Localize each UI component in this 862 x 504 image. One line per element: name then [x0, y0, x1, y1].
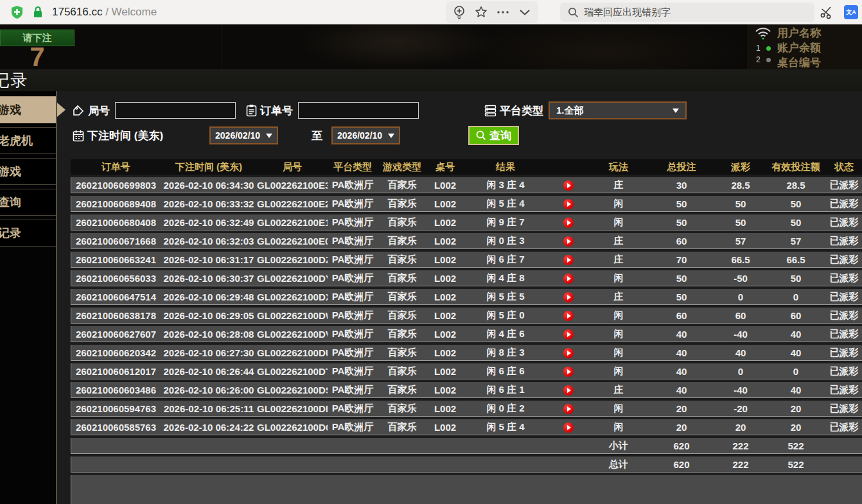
cell-status: 已派彩	[826, 177, 862, 193]
play-video-icon[interactable]	[563, 255, 574, 265]
line-indicator-1[interactable]: 1	[756, 44, 771, 53]
cell-table: L002	[427, 308, 464, 324]
favorite-star-icon[interactable]	[470, 3, 492, 22]
cell-order: 260210060594763	[71, 401, 161, 417]
total-payout: 222	[716, 456, 766, 473]
col-playtype: 玩法	[590, 159, 647, 175]
table-row: 2602100606632412026-02-10 06:31:17GL0022…	[71, 252, 862, 268]
cell-play-video	[547, 233, 590, 249]
more-options-icon[interactable]	[492, 3, 514, 22]
cell-payout: 0	[716, 363, 766, 379]
cell-bet: 20	[647, 401, 716, 417]
play-video-icon[interactable]	[563, 329, 574, 340]
cell-round: GL002262100E2	[257, 196, 328, 212]
total-label: 总计	[590, 456, 647, 473]
cell-result: 闲 3 庄 4	[464, 177, 547, 193]
screen: 175616.cc / Welcome 瑞幸回应出现错别字	[0, 0, 862, 504]
adblock-shield-icon[interactable]	[10, 5, 24, 19]
cell-valid: 50	[766, 196, 826, 212]
cell-order: 260210060671668	[71, 233, 161, 249]
order-number-input[interactable]	[298, 102, 419, 119]
calendar-icon	[73, 130, 84, 142]
chevron-down-icon[interactable]	[514, 3, 536, 22]
cell-result: 闲 6 庄 1	[464, 382, 547, 398]
play-video-icon[interactable]	[563, 404, 574, 414]
table-row: 2602100605857632026-02-10 06:24:22GL0022…	[71, 419, 862, 435]
scissors-icon[interactable]	[816, 3, 838, 22]
table-empty-area	[71, 475, 862, 504]
cell-payout: 28.5	[716, 177, 766, 193]
cell-playtype: 庄	[590, 252, 647, 268]
cell-order: 260210060585763	[71, 419, 161, 435]
cell-order: 260210060680408	[71, 214, 161, 230]
cell-time: 2026-02-10 06:33:32	[161, 196, 257, 212]
cell-time: 2026-02-10 06:24:22	[161, 419, 257, 435]
play-video-icon[interactable]	[563, 348, 574, 358]
cell-platform: PA欧洲厅	[328, 326, 378, 342]
date-to-select[interactable]: 2026/02/10	[331, 126, 400, 144]
cell-order: 260210060689408	[71, 196, 161, 212]
cell-platform: PA欧洲厅	[328, 270, 378, 286]
table-row: 2602100606276072026-02-10 06:28:08GL0022…	[71, 326, 862, 342]
cell-payout: -40	[716, 382, 766, 398]
sidebar-item-records[interactable]: 记录	[0, 220, 56, 247]
sidebar-item-slots[interactable]: 老虎机	[0, 127, 56, 154]
cell-platform: PA欧洲厅	[328, 419, 378, 435]
cell-round: GL002262100DZ	[257, 252, 328, 268]
cell-game: 百家乐	[378, 233, 427, 249]
platform-type-label: 平台类型	[484, 103, 543, 118]
table-row: 2602100606203422026-02-10 06:27:30GL0022…	[71, 345, 862, 361]
cell-result: 闲 0 庄 2	[464, 401, 547, 417]
play-video-icon[interactable]	[563, 199, 574, 209]
reader-mode-icon[interactable]	[448, 3, 470, 22]
cell-table: L002	[427, 363, 464, 379]
date-from-select[interactable]: 2026/02/10	[209, 126, 278, 144]
cell-time: 2026-02-10 06:26:00	[161, 382, 257, 398]
play-video-icon[interactable]	[563, 274, 574, 284]
sidebar-item-games[interactable]: 游戏	[0, 158, 56, 185]
cell-bet: 50	[647, 270, 716, 286]
line-indicator-2[interactable]: 2	[756, 55, 771, 64]
play-video-icon[interactable]	[563, 236, 574, 247]
cell-round: GL002262100DS	[257, 382, 328, 398]
cell-bet: 40	[647, 382, 716, 398]
page-title-bar: 记录	[0, 69, 862, 91]
cell-bet: 70	[647, 252, 716, 268]
play-video-icon[interactable]	[563, 180, 574, 191]
play-video-icon[interactable]	[563, 422, 574, 433]
cell-platform: PA欧洲厅	[328, 345, 378, 361]
sidebar-item-query[interactable]: 查询	[0, 189, 56, 216]
cell-game: 百家乐	[378, 419, 427, 435]
query-button[interactable]: 查询	[468, 126, 519, 145]
address-url[interactable]: 175616.cc / Welcome	[52, 6, 157, 19]
cell-round: GL002262100E0	[257, 233, 328, 249]
cell-platform: PA欧洲厅	[328, 252, 378, 268]
table-row: 2602100606998032026-02-10 06:34:30GL0022…	[71, 177, 862, 193]
cell-status: 已派彩	[826, 401, 862, 417]
cell-playtype: 闲	[590, 419, 647, 435]
play-video-icon[interactable]	[563, 292, 574, 302]
cell-bet: 60	[647, 233, 716, 249]
cell-payout: 40	[716, 345, 766, 361]
play-video-icon[interactable]	[563, 367, 574, 377]
translate-icon[interactable]: 文A	[844, 5, 858, 19]
play-video-icon[interactable]	[563, 385, 574, 395]
platform-type-select[interactable]: 1.全部	[549, 101, 687, 119]
play-video-icon[interactable]	[563, 218, 574, 228]
cell-payout: 0	[716, 289, 766, 305]
col-time: 下注时间 (美东)	[161, 159, 257, 175]
search-box[interactable]: 瑞幸回应出现错别字	[560, 3, 814, 22]
total-row: 总计 620 222 522	[71, 456, 862, 473]
cell-result: 闲 9 庄 7	[464, 214, 547, 230]
play-video-icon[interactable]	[563, 311, 574, 321]
username-label: 用户名称	[777, 26, 862, 40]
cell-result: 闲 0 庄 3	[464, 233, 547, 249]
round-number-input[interactable]	[115, 102, 236, 119]
cell-table: L002	[427, 214, 464, 230]
cell-valid: 0	[766, 289, 826, 305]
page-title: 记录	[0, 69, 862, 91]
cell-valid: 28.5	[766, 177, 826, 193]
col-bet: 总投注	[647, 159, 716, 175]
sidebar-item-live-games[interactable]: 游戏	[0, 96, 56, 123]
cell-play-video	[547, 345, 590, 361]
